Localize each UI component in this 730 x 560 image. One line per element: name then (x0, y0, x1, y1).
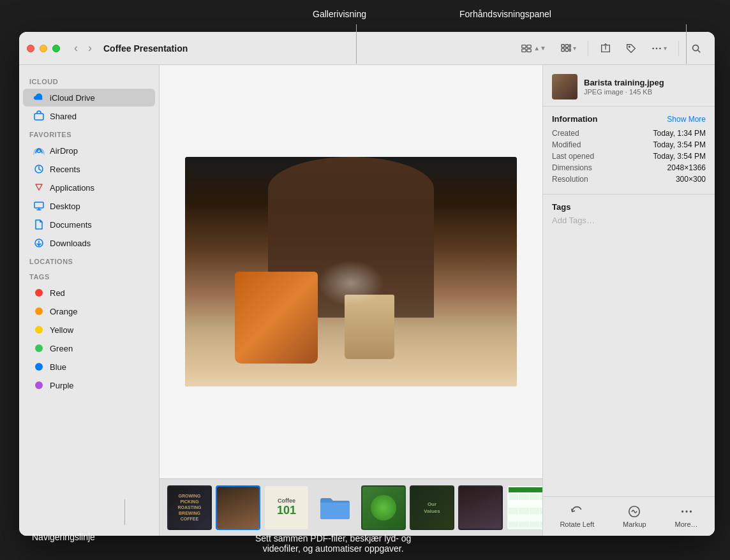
cell9 (509, 508, 518, 514)
preview-row-last-opened: Last opened Today, 3:54 PM (552, 152, 706, 161)
svg-point-25 (689, 510, 691, 512)
close-button[interactable] (27, 45, 34, 52)
cell14 (519, 515, 528, 521)
svg-rect-2 (522, 48, 526, 52)
back-button[interactable]: ‹ (70, 40, 82, 56)
filmstrip-thumb-6[interactable] (458, 485, 503, 530)
gallerivisning-label: Gallerivisning (313, 9, 366, 19)
row-value: 300×300 (676, 175, 706, 184)
svg-point-14 (659, 47, 661, 49)
main-content: GROWINGPICKINGROASTINGBREWINGCOFFEE Coff… (160, 65, 542, 536)
sidebar-item-icloud-drive[interactable]: iCloud Drive (23, 89, 155, 107)
search-button[interactable] (685, 40, 707, 57)
search-icon (690, 43, 702, 54)
more-button[interactable]: ▾ (646, 40, 672, 57)
icloud-drive-label: iCloud Drive (50, 93, 95, 103)
folder-thumb-svg (319, 492, 351, 524)
preview-file-info: Barista training.jpeg JPEG image · 145 K… (584, 78, 706, 96)
filmstrip-thumb-7[interactable] (507, 485, 542, 530)
yellow-tag-icon (33, 324, 45, 335)
svg-rect-1 (527, 45, 531, 48)
sidebar-item-tag-orange[interactable]: Orange (23, 302, 155, 320)
more-icon (651, 43, 662, 54)
filmstrip-thumb-3[interactable] (313, 485, 357, 530)
tags-section-label: Tags (19, 268, 159, 283)
cell2 (519, 494, 528, 500)
filmstrip-thumb-5[interactable]: Our Values (410, 485, 454, 530)
svg-rect-20 (34, 202, 43, 208)
cell10 (519, 508, 528, 514)
cell17 (509, 522, 518, 528)
toolbar-sep-1 (588, 41, 588, 56)
filmstrip-thumb-0[interactable]: GROWINGPICKINGROASTINGBREWINGCOFFEE (167, 485, 212, 530)
sidebar-item-tag-purple[interactable]: Purple (23, 376, 155, 394)
red-tag-icon (33, 287, 45, 298)
row-label: Resolution (552, 175, 588, 184)
cell6 (519, 501, 528, 507)
filmstrip-thumb-4[interactable] (361, 485, 406, 530)
preview-row-dimensions: Dimensions 2048×1366 (552, 163, 706, 172)
group-by-button[interactable]: ▾ (555, 40, 581, 57)
show-more-button[interactable]: Show More (667, 115, 706, 124)
tags-placeholder[interactable]: Add Tags… (552, 216, 706, 225)
icloud-drive-icon (33, 92, 45, 103)
fullscreen-button[interactable] (52, 45, 60, 52)
preview-info-section: Information Show More Created Today, 1:3… (543, 107, 715, 195)
row-label: Last opened (552, 152, 594, 161)
sidebar-item-downloads[interactable]: Downloads (23, 234, 155, 252)
sidebar-item-applications[interactable]: Applications (23, 179, 155, 196)
sidebar-item-tag-yellow[interactable]: Yellow (23, 321, 155, 339)
row-label: Modified (552, 140, 581, 149)
tags-icon (625, 43, 637, 54)
preview-filename: Barista training.jpeg (584, 78, 706, 89)
more-actions-button[interactable]: More… (670, 502, 703, 531)
svg-rect-5 (565, 44, 569, 47)
markup-button[interactable]: Markup (618, 502, 652, 531)
sidebar-item-tag-green[interactable]: Green (23, 339, 155, 357)
sidebar-item-recents[interactable]: Recents (23, 160, 155, 178)
shared-icon (33, 110, 45, 122)
minimize-button[interactable] (40, 45, 47, 52)
svg-point-12 (652, 47, 654, 49)
row-label: Created (552, 129, 579, 138)
tags-button[interactable] (620, 40, 642, 57)
cell3 (530, 494, 539, 500)
row-value: 2048×1366 (667, 163, 706, 172)
forhandsvisningspanel-label: Forhåndsvisningspanel (459, 9, 551, 19)
filmstrip-thumb-1[interactable] (216, 485, 260, 530)
green-thumb-inner (362, 487, 405, 529)
view-toggle-button[interactable]: ▲▼ (516, 40, 551, 57)
filmstrip: GROWINGPICKINGROASTINGBREWINGCOFFEE Coff… (160, 478, 542, 536)
recents-icon (33, 163, 45, 175)
row-value: Today, 1:34 PM (653, 129, 706, 138)
sidebar-item-airdrop[interactable]: AirDrop (23, 142, 155, 159)
finder-window: ‹ › Coffee Presentation ▲▼ (19, 32, 715, 536)
tags-container: Red Orange Yellow Green Blue Purple (19, 284, 159, 394)
nav-buttons: ‹ › (70, 40, 96, 56)
gallery-area (160, 65, 542, 478)
cell11 (530, 508, 539, 514)
view-toggle-icon (521, 43, 532, 54)
svg-point-15 (693, 45, 699, 50)
cell19 (530, 522, 539, 528)
filmstrip-thumb-2[interactable]: Coffee 101 (264, 485, 309, 530)
forward-button[interactable]: › (84, 40, 96, 56)
desktop-icon (33, 200, 45, 212)
sidebar-item-shared[interactable]: Shared (23, 107, 155, 125)
sidebar-item-documents[interactable]: Documents (23, 216, 155, 233)
icloud-section-label: iCloud (19, 73, 159, 88)
rotate-left-button[interactable]: Rotate Left (555, 502, 599, 531)
preview-filetype: JPEG image · 145 KB (584, 88, 706, 96)
spreadsheet-header (509, 487, 542, 492)
shared-label: Shared (50, 112, 77, 121)
sidebar-item-tag-blue[interactable]: Blue (23, 358, 155, 376)
sidebar-item-desktop[interactable]: Desktop (23, 197, 155, 215)
preview-row-created: Created Today, 1:34 PM (552, 129, 706, 138)
share-icon (600, 43, 611, 54)
sidebar-item-tag-red[interactable]: Red (23, 284, 155, 302)
share-button[interactable] (595, 40, 616, 57)
downloads-label: Downloads (50, 239, 91, 248)
recents-label: Recents (50, 165, 80, 174)
green-tag-icon (33, 343, 45, 354)
bottom-text-label: Sett sammen PDF-filer, beskjær lyd- ogvi… (255, 533, 411, 554)
